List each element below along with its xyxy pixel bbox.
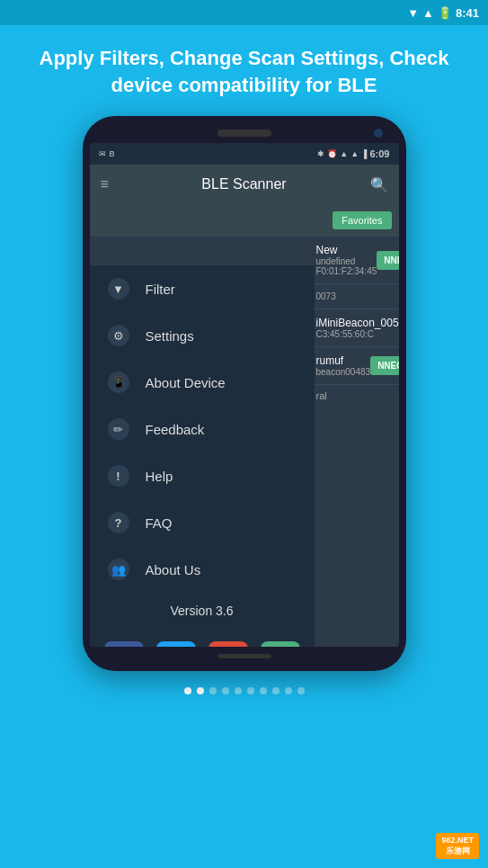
- about-us-icon: 👥: [108, 559, 129, 580]
- battery-icon: 🔋: [438, 6, 452, 20]
- connect-button[interactable]: NNECT: [377, 251, 398, 270]
- item-addr: 0073: [316, 291, 388, 301]
- ble-icon: B: [110, 149, 115, 158]
- device-icon: 📱: [108, 371, 129, 393]
- faq-icon: ?: [108, 512, 129, 533]
- facebook-icon[interactable]: f: [104, 641, 144, 647]
- wifi-icon: ▼: [407, 6, 419, 20]
- phone-mockup: ✉ B ✱ ⏰ ▲ ▲ ▐ 6:09 ≡ BLE Scanner 🔍 Favor…: [83, 116, 406, 671]
- dot-8[interactable]: [285, 687, 292, 694]
- phone-top-bar: [90, 129, 399, 138]
- pagination-dots: [0, 687, 488, 694]
- alarm-icon: ⏰: [327, 149, 337, 158]
- item-addr: beacon00483: [316, 367, 371, 377]
- dot-9[interactable]: [297, 687, 305, 694]
- dot-7[interactable]: [272, 687, 279, 694]
- social-icons-row: f 𝕥 g+ 🌐: [90, 632, 315, 647]
- item-name: rumuf: [316, 354, 371, 367]
- status-time: 8:41: [456, 6, 479, 20]
- settings-label: Settings: [146, 328, 194, 344]
- system-status-bar: ▼ ▲ 🔋 8:41: [0, 0, 488, 25]
- item-addr: undefined: [316, 256, 377, 266]
- app-header: ≡ BLE Scanner 🔍: [90, 165, 399, 204]
- menu-item-help[interactable]: ! Help: [90, 452, 315, 499]
- list-item: rumuf beacon00483 NNECT: [306, 347, 399, 385]
- faq-label: FAQ: [146, 515, 173, 531]
- msg-icon: ✉: [99, 149, 106, 158]
- dot-6[interactable]: [260, 687, 267, 694]
- app-title: BLE Scanner: [201, 176, 286, 192]
- phone-status-right: ✱ ⏰ ▲ ▲ ▐ 6:09: [317, 148, 389, 159]
- favorites-tab[interactable]: Favorites: [333, 211, 391, 229]
- menu-item-settings[interactable]: ⚙ Settings: [90, 312, 315, 359]
- item-info: New undefined F0:01:F2:34:45: [316, 244, 377, 276]
- feedback-label: Feedback: [146, 422, 205, 437]
- help-label: Help: [146, 469, 173, 484]
- bg-content: Favorites New undefined F0:01:F2:34:45 N…: [90, 204, 399, 647]
- dot-1[interactable]: [197, 687, 204, 694]
- battery-phone-icon: ▐: [361, 149, 367, 158]
- list-item: New undefined F0:01:F2:34:45 NNECT: [306, 237, 399, 284]
- phone-time: 6:09: [369, 148, 389, 159]
- item-addr: C3:45:55:60:C: [316, 329, 399, 339]
- list-item: iMiniBeacon_00527 C3:45:55:60:C NNECT: [306, 309, 399, 347]
- item-name: iMiniBeacon_00527: [316, 317, 399, 329]
- promo-header: Apply Filters, Change Scan Settings, Che…: [0, 25, 488, 116]
- filter-icon: ▼: [108, 278, 129, 300]
- googleplus-icon[interactable]: g+: [209, 641, 248, 647]
- menu-item-about-us[interactable]: 👥 About Us: [90, 546, 315, 593]
- about-us-label: About Us: [146, 562, 201, 577]
- help-icon: !: [108, 465, 129, 487]
- signal-bars-icon: ▲: [340, 149, 348, 158]
- item-info: rumuf beacon00483: [316, 354, 371, 377]
- navigation-drawer: ▼ Filter ⚙ Settings 📱 About Device ✏ Fee…: [90, 265, 315, 647]
- menu-item-feedback[interactable]: ✏ Feedback: [90, 406, 315, 452]
- connect-button[interactable]: NNECT: [370, 356, 398, 375]
- phone-status-left: ✉ B: [99, 149, 115, 158]
- front-camera: [374, 129, 383, 138]
- phone-screen: ✉ B ✱ ⏰ ▲ ▲ ▐ 6:09 ≡ BLE Scanner 🔍 Favor…: [90, 143, 399, 647]
- menu-item-faq[interactable]: ? FAQ: [90, 499, 315, 546]
- menu-item-filter[interactable]: ▼ Filter: [90, 265, 315, 312]
- list-item: 0073: [306, 284, 399, 309]
- phone-speaker: [217, 130, 271, 137]
- item-addr2: F0:01:F2:34:45: [316, 266, 377, 276]
- general-label: ral: [306, 385, 399, 407]
- item-info: iMiniBeacon_00527 C3:45:55:60:C: [316, 317, 399, 339]
- phone-bottom-physical: [90, 654, 399, 658]
- dot-3[interactable]: [222, 687, 229, 694]
- header-back-icon[interactable]: ≡: [101, 176, 109, 192]
- watermark: 962.NET 乐游网: [436, 833, 479, 859]
- dot-2[interactable]: [209, 687, 217, 694]
- bt-icon: ✱: [317, 149, 324, 158]
- feedback-icon: ✏: [108, 418, 129, 440]
- filter-label: Filter: [146, 282, 175, 297]
- wifi-phone-icon: ▲: [350, 149, 359, 158]
- dot-5[interactable]: [247, 687, 254, 694]
- item-name: New: [316, 244, 377, 256]
- version-text: Version 3.6: [90, 593, 315, 629]
- twitter-icon[interactable]: 𝕥: [156, 641, 196, 647]
- watermark-line2: 乐游网: [441, 846, 474, 857]
- dot-0[interactable]: [184, 687, 191, 694]
- signal-icon: ▲: [422, 6, 434, 20]
- home-bar: [217, 654, 271, 658]
- status-icons: ▼ ▲ 🔋 8:41: [407, 6, 479, 20]
- settings-icon: ⚙: [108, 325, 129, 346]
- dot-4[interactable]: [235, 687, 242, 694]
- about-device-label: About Device: [146, 375, 226, 390]
- tab-bar: Favorites: [90, 204, 399, 237]
- phone-status-bar: ✉ B ✱ ⏰ ▲ ▲ ▐ 6:09: [90, 143, 399, 165]
- search-icon[interactable]: 🔍: [370, 176, 388, 193]
- menu-item-about-device[interactable]: 📱 About Device: [90, 359, 315, 406]
- item-info: 0073: [316, 291, 388, 301]
- web-icon[interactable]: 🌐: [261, 641, 300, 647]
- promo-title: Apply Filters, Change Scan Settings, Che…: [36, 45, 452, 98]
- watermark-line1: 962.NET: [441, 835, 474, 846]
